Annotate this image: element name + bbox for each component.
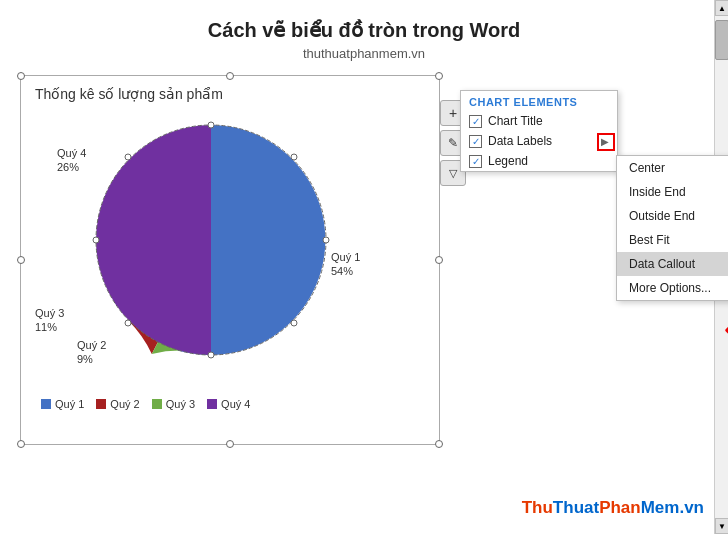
handle-tr[interactable]: [435, 72, 443, 80]
handle-tl[interactable]: [17, 72, 25, 80]
submenu-data-callout[interactable]: Data Callout: [617, 252, 728, 276]
label-data-labels: Data Labels: [488, 134, 595, 148]
brand-thu: Thu: [522, 498, 553, 517]
legend-item-quy4: Quý 4: [207, 398, 250, 410]
legend-color-quy4: [207, 399, 217, 409]
handle-bl[interactable]: [17, 440, 25, 448]
handle-ml[interactable]: [17, 256, 25, 264]
pie-handle-bl[interactable]: [125, 320, 131, 326]
legend-label-quy4: Quý 4: [221, 398, 250, 410]
pie-handle-left[interactable]: [93, 237, 99, 243]
data-labels-submenu: Center Inside End Outside End Best Fit D…: [616, 155, 728, 301]
chart-title: Thống kê số lượng sản phẩm: [35, 86, 429, 102]
legend-color-quy1: [41, 399, 51, 409]
page-title: Cách vẽ biểu đồ tròn trong Word: [0, 18, 728, 42]
pie-handle-right[interactable]: [323, 237, 329, 243]
pie-chart-area: Quý 1 54% Quý 2 9% Quý 3 11% Quý 4 26%: [31, 110, 421, 390]
panel-item-legend[interactable]: Legend: [461, 151, 617, 171]
legend-label-quy1: Quý 1: [55, 398, 84, 410]
label-quy2: Quý 2 9%: [77, 338, 106, 367]
scroll-up-button[interactable]: ▲: [715, 0, 728, 16]
pie-handle-top[interactable]: [208, 122, 214, 128]
legend-item-quy1: Quý 1: [41, 398, 84, 410]
pie-handle-tl[interactable]: [125, 154, 131, 160]
brand-thuat: Thuat: [553, 498, 599, 517]
red-arrow-indicator: ➜: [724, 320, 728, 342]
checkbox-chart-title[interactable]: [469, 115, 482, 128]
pie-handle-tr[interactable]: [291, 154, 297, 160]
chart-legend: Quý 1 Quý 2 Quý 3 Quý 4: [41, 398, 429, 410]
label-legend: Legend: [488, 154, 609, 168]
label-quy1: Quý 1 54%: [331, 250, 360, 279]
brand-vn: .vn: [679, 498, 704, 517]
scroll-down-button[interactable]: ▼: [715, 518, 728, 534]
chart-container: Thống kê số lượng sản phẩm: [20, 75, 440, 445]
label-quy3: Quý 3 11%: [35, 306, 64, 335]
panel-item-chart-title[interactable]: Chart Title: [461, 111, 617, 131]
brand-footer: ThuThuatPhanMem.vn: [522, 498, 704, 518]
chart-elements-panel: CHART ELEMENTS Chart Title Data Labels ▶…: [460, 90, 618, 172]
handle-br[interactable]: [435, 440, 443, 448]
panel-item-data-labels[interactable]: Data Labels ▶: [461, 131, 617, 151]
submenu-more-options[interactable]: More Options...: [617, 276, 728, 300]
legend-label-quy2: Quý 2: [110, 398, 139, 410]
label-quy4: Quý 4 26%: [57, 146, 86, 175]
legend-color-quy3: [152, 399, 162, 409]
page-subtitle: thuthuatphanmem.vn: [0, 46, 728, 61]
pie-handle-bottom[interactable]: [208, 352, 214, 358]
brand-phan: Phan: [599, 498, 641, 517]
page-header: Cách vẽ biểu đồ tròn trong Word thuthuat…: [0, 0, 728, 65]
panel-title: CHART ELEMENTS: [461, 91, 617, 111]
label-chart-title: Chart Title: [488, 114, 609, 128]
handle-tc[interactable]: [226, 72, 234, 80]
legend-item-quy3: Quý 3: [152, 398, 195, 410]
submenu-best-fit[interactable]: Best Fit: [617, 228, 728, 252]
pie-segment-quy4[interactable]: [96, 125, 211, 355]
pie-svg: [81, 110, 341, 370]
checkbox-data-labels[interactable]: [469, 135, 482, 148]
scroll-thumb[interactable]: [715, 20, 728, 60]
data-labels-arrow[interactable]: ▶: [601, 136, 609, 147]
submenu-outside-end[interactable]: Outside End: [617, 204, 728, 228]
checkbox-legend[interactable]: [469, 155, 482, 168]
legend-item-quy2: Quý 2: [96, 398, 139, 410]
handle-mr[interactable]: [435, 256, 443, 264]
handle-bc[interactable]: [226, 440, 234, 448]
legend-color-quy2: [96, 399, 106, 409]
brand-mem: Mem: [641, 498, 680, 517]
submenu-inside-end[interactable]: Inside End: [617, 180, 728, 204]
legend-label-quy3: Quý 3: [166, 398, 195, 410]
pie-handle-br[interactable]: [291, 320, 297, 326]
submenu-center[interactable]: Center: [617, 156, 728, 180]
